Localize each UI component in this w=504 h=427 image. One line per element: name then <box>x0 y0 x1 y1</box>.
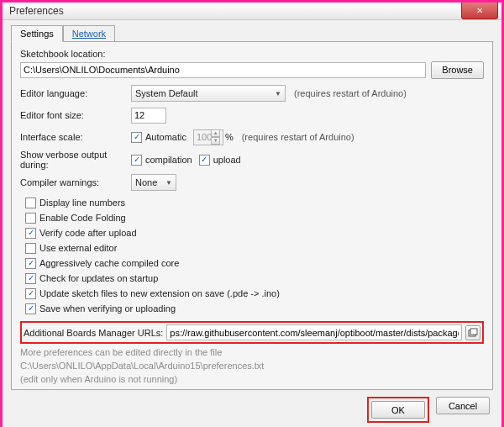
opt-label: Enable Code Folding <box>39 213 126 223</box>
verbose-compilation-checkbox[interactable]: compilation <box>131 155 192 166</box>
checkbox-icon <box>131 155 142 166</box>
settings-panel: Sketchbook location: Browse Editor langu… <box>11 41 493 390</box>
editor-language-value: System Default <box>135 88 198 98</box>
dialog-buttons: OK Cancel <box>11 390 493 423</box>
checkbox-icon <box>25 258 36 269</box>
opt-save-on-verify[interactable]: Save when verifying or uploading <box>25 301 484 316</box>
tab-network[interactable]: Network <box>63 25 115 42</box>
compiler-warnings-label: Compiler warnings: <box>20 177 131 187</box>
checkbox-icon <box>25 288 36 299</box>
ok-highlight: OK <box>367 397 429 423</box>
opt-update-extension[interactable]: Update sketch files to new extension on … <box>25 286 484 301</box>
browse-button[interactable]: Browse <box>431 61 484 79</box>
sketchbook-path-input[interactable] <box>20 62 426 78</box>
checkbox-icon <box>199 155 210 166</box>
close-button[interactable]: ✕ <box>461 3 498 19</box>
opt-label: Display line numbers <box>39 198 125 208</box>
verbose-compilation-label: compilation <box>145 155 192 165</box>
window-icon <box>468 328 478 338</box>
boards-url-highlight: Additional Boards Manager URLs: <box>20 321 484 344</box>
open-urls-dialog-button[interactable] <box>465 325 480 340</box>
checkbox-icon <box>25 213 36 224</box>
interface-scale-label: Interface scale: <box>20 132 131 142</box>
prefs-file-path: C:\Users\ONLILO\AppData\Local\Arduino15\… <box>20 361 484 371</box>
tab-strip: Settings Network <box>11 25 493 42</box>
automatic-scale-checkbox[interactable]: Automatic <box>131 132 186 143</box>
checkbox-icon <box>25 228 36 239</box>
tab-settings[interactable]: Settings <box>11 25 63 42</box>
sketchbook-label: Sketchbook location: <box>20 49 484 59</box>
opt-label: Verify code after upload <box>39 228 137 238</box>
cancel-button[interactable]: Cancel <box>436 397 490 414</box>
prefs-note-3: (edit only when Arduino is not running) <box>20 374 484 384</box>
checkbox-icon <box>25 243 36 254</box>
window-title: Preferences <box>9 5 64 17</box>
editor-language-label: Editor language: <box>20 88 131 98</box>
verbose-label: Show verbose output during: <box>20 150 131 170</box>
opt-label: Update sketch files to new extension on … <box>39 288 280 298</box>
compiler-warnings-value: None <box>135 177 157 187</box>
opt-external-editor[interactable]: Use external editor <box>25 240 484 256</box>
checkbox-icon <box>25 303 36 314</box>
titlebar: Preferences ✕ <box>3 3 501 20</box>
prefs-note-1: More preferences can be edited directly … <box>20 347 484 357</box>
scale-value: 100 <box>197 132 212 142</box>
chevron-down-icon: ▼ <box>160 179 172 187</box>
opt-enable-code-folding[interactable]: Enable Code Folding <box>25 210 484 225</box>
opt-label: Aggressively cache compiled core <box>39 258 179 268</box>
options-list: Display line numbers Enable Code Folding… <box>25 195 484 316</box>
svg-rect-1 <box>470 329 477 335</box>
checkbox-icon <box>25 198 36 208</box>
scale-spinner[interactable]: 100 ▲▼ <box>193 129 223 145</box>
font-size-input[interactable] <box>131 108 166 124</box>
compiler-warnings-select[interactable]: None ▼ <box>131 174 176 191</box>
scale-suffix: % <box>225 132 234 142</box>
spinner-buttons[interactable]: ▲▼ <box>211 129 220 145</box>
editor-language-hint: (requires restart of Arduino) <box>294 88 407 98</box>
close-icon: ✕ <box>476 6 483 15</box>
boards-url-input[interactable] <box>166 324 462 340</box>
opt-verify-after-upload[interactable]: Verify code after upload <box>25 225 484 240</box>
opt-display-line-numbers[interactable]: Display line numbers <box>25 195 484 210</box>
checkbox-icon <box>131 132 142 143</box>
chevron-down-icon: ▼ <box>270 90 281 98</box>
editor-language-select[interactable]: System Default ▼ <box>131 85 286 102</box>
opt-label: Use external editor <box>39 243 117 253</box>
checkbox-icon <box>25 273 36 284</box>
automatic-scale-checkbox-label: Automatic <box>145 132 186 142</box>
font-size-label: Editor font size: <box>20 110 131 120</box>
boards-url-label: Additional Boards Manager URLs: <box>24 328 163 338</box>
scale-hint: (requires restart of Arduino) <box>242 132 354 142</box>
opt-label: Save when verifying or uploading <box>39 303 176 314</box>
opt-check-updates[interactable]: Check for updates on startup <box>25 271 484 286</box>
opt-label: Check for updates on startup <box>39 273 158 283</box>
verbose-upload-checkbox[interactable]: upload <box>199 155 241 166</box>
verbose-upload-label: upload <box>213 155 241 165</box>
opt-cache-compiled-core[interactable]: Aggressively cache compiled core <box>25 256 484 271</box>
ok-button[interactable]: OK <box>371 401 425 419</box>
